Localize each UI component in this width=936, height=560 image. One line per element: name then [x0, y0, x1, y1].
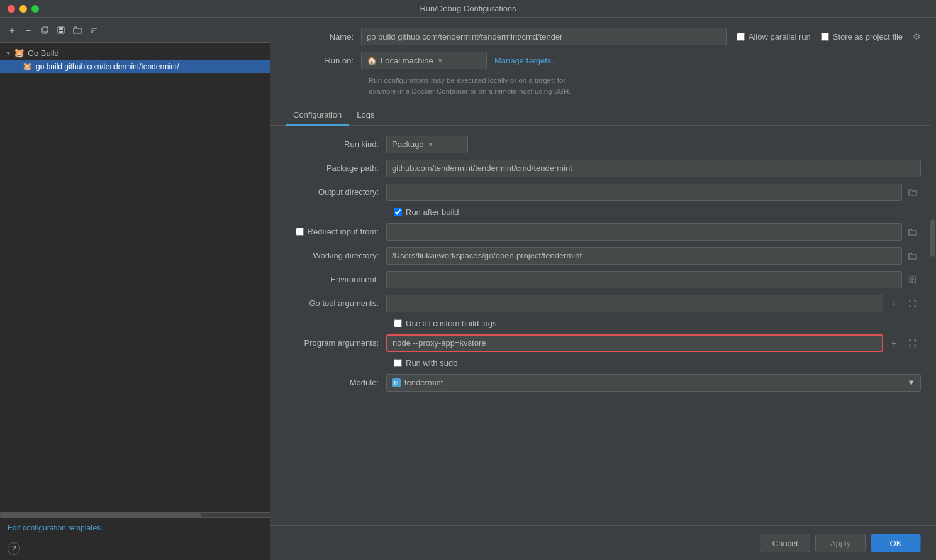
- package-path-input[interactable]: [386, 160, 921, 177]
- environment-row: Environment:: [286, 271, 921, 288]
- run-with-sudo-row: Run with sudo: [394, 358, 921, 368]
- custom-tags-label[interactable]: Use all custom build tags: [394, 319, 497, 328]
- go-tool-args-field: +: [386, 295, 921, 312]
- sidebar: + − ▼ 🐹 Go Build 🐹 go b: [0, 18, 270, 560]
- titlebar: Run/Debug Configurations: [0, 0, 936, 18]
- sidebar-tree: ▼ 🐹 Go Build 🐹 go build github.com/tende…: [0, 43, 270, 512]
- tree-item-label: go build github.com/tendermint/tendermin…: [36, 62, 179, 71]
- main-container: + − ▼ 🐹 Go Build 🐹 go b: [0, 18, 936, 560]
- bottom-bar: Cancel Apply OK: [270, 525, 936, 560]
- working-dir-browse-button[interactable]: [905, 248, 921, 264]
- chevron-down-icon: ▼: [5, 50, 11, 57]
- go-tool-args-label: Go tool arguments:: [286, 299, 386, 308]
- program-args-row: Program arguments: +: [286, 334, 921, 352]
- redirect-input-browse-button[interactable]: [905, 224, 921, 240]
- tree-item-gobuild[interactable]: 🐹 go build github.com/tendermint/tenderm…: [0, 60, 270, 73]
- gobuild-group-icon: 🐹: [14, 48, 24, 58]
- environment-label: Environment:: [286, 275, 386, 284]
- svg-rect-4: [59, 31, 63, 33]
- sidebar-bottom: Edit configuration templates...: [0, 517, 270, 537]
- gear-icon[interactable]: ⚙: [913, 31, 921, 41]
- edit-templates-link[interactable]: Edit configuration templates...: [8, 524, 107, 532]
- redirect-input-label: Redirect input from:: [308, 227, 379, 236]
- chevron-down-icon: ▼: [437, 57, 443, 64]
- program-args-expand-button[interactable]: +: [886, 335, 902, 351]
- go-tool-args-row: Go tool arguments: +: [286, 295, 921, 312]
- package-path-label: Package path:: [286, 163, 386, 173]
- run-after-build-checkbox[interactable]: [394, 208, 402, 216]
- sidebar-horizontal-scrollbar[interactable]: [0, 512, 270, 517]
- go-tool-args-expand-button[interactable]: +: [886, 295, 902, 312]
- apply-button[interactable]: Apply: [815, 534, 866, 552]
- chevron-down-icon: ▼: [907, 378, 915, 387]
- window-title: Run/Debug Configurations: [420, 4, 516, 13]
- cancel-button[interactable]: Cancel: [760, 534, 810, 552]
- environment-edit-button[interactable]: [905, 272, 921, 288]
- store-project-checkbox[interactable]: [821, 33, 829, 41]
- name-input[interactable]: [361, 28, 727, 45]
- home-icon: 🏠: [367, 56, 377, 65]
- go-tool-args-fullscreen-button[interactable]: [905, 295, 921, 312]
- redirect-input-checkbox[interactable]: [296, 228, 304, 236]
- run-on-hint: Run configurations may be executed local…: [369, 75, 921, 97]
- go-tool-args-input[interactable]: [386, 295, 883, 312]
- name-label: Name:: [286, 32, 361, 41]
- run-after-build-label[interactable]: Run after build: [394, 207, 459, 217]
- working-dir-label: Working directory:: [286, 251, 386, 260]
- program-args-label: Program arguments:: [286, 338, 386, 348]
- sort-config-button[interactable]: [87, 23, 101, 37]
- environment-field: [386, 271, 921, 288]
- output-dir-browse-button[interactable]: [905, 184, 921, 200]
- custom-tags-row: Use all custom build tags: [394, 319, 921, 328]
- allow-parallel-checkbox[interactable]: [737, 33, 745, 41]
- working-dir-input[interactable]: [386, 247, 902, 265]
- program-args-fullscreen-button[interactable]: [905, 335, 921, 351]
- svg-rect-3: [59, 27, 63, 30]
- right-panel: Name: Allow parallel run Store as projec…: [270, 18, 936, 560]
- program-args-input[interactable]: [386, 334, 883, 352]
- add-config-button[interactable]: +: [5, 23, 19, 37]
- run-with-sudo-label[interactable]: Run with sudo: [394, 358, 457, 368]
- module-dropdown[interactable]: M tendermint ▼: [386, 374, 921, 392]
- run-after-build-row: Run after build: [394, 207, 921, 217]
- copy-config-button[interactable]: [38, 23, 52, 37]
- run-kind-row: Run kind: Package ▼: [286, 136, 921, 153]
- sidebar-help-area: ?: [0, 537, 270, 560]
- help-button[interactable]: ?: [8, 542, 20, 555]
- header-right-options: Allow parallel run Store as project file…: [737, 31, 921, 41]
- tab-configuration[interactable]: Configuration: [286, 105, 349, 126]
- save-config-button[interactable]: [54, 23, 68, 37]
- run-on-dropdown[interactable]: 🏠 Local machine ▼: [361, 52, 487, 69]
- vertical-scrollbar[interactable]: [930, 18, 936, 522]
- environment-input[interactable]: [386, 271, 902, 288]
- store-project-label[interactable]: Store as project file: [821, 32, 903, 41]
- folder-config-button[interactable]: [70, 23, 84, 37]
- allow-parallel-label[interactable]: Allow parallel run: [737, 32, 811, 41]
- tree-group-gobuild[interactable]: ▼ 🐹 Go Build: [0, 45, 270, 60]
- module-label: Module:: [286, 378, 386, 387]
- redirect-input-input[interactable]: [386, 223, 902, 241]
- sidebar-toolbar: + −: [0, 18, 270, 43]
- custom-tags-checkbox[interactable]: [394, 319, 402, 327]
- manage-targets-link[interactable]: Manage targets...: [494, 56, 558, 65]
- output-dir-input[interactable]: [386, 184, 902, 201]
- tabs-bar: Configuration Logs: [270, 105, 936, 126]
- tab-logs[interactable]: Logs: [349, 105, 382, 126]
- ok-button[interactable]: OK: [871, 534, 921, 552]
- module-icon: M: [392, 378, 401, 387]
- traffic-lights: [8, 5, 39, 13]
- run-kind-dropdown[interactable]: Package ▼: [386, 136, 468, 153]
- name-row: Name: Allow parallel run Store as projec…: [286, 28, 921, 45]
- redirect-input-field: [386, 223, 921, 241]
- vertical-scrollbar-thumb: [930, 219, 935, 257]
- working-dir-field: [386, 247, 921, 265]
- remove-config-button[interactable]: −: [21, 23, 35, 37]
- output-dir-row: Output directory:: [286, 184, 921, 201]
- module-row: Module: M tendermint ▼: [286, 374, 921, 392]
- minimize-button[interactable]: [20, 5, 27, 13]
- svg-rect-1: [43, 27, 48, 32]
- close-button[interactable]: [8, 5, 15, 13]
- run-with-sudo-checkbox[interactable]: [394, 359, 402, 367]
- maximize-button[interactable]: [31, 5, 39, 13]
- run-kind-label: Run kind:: [286, 140, 386, 149]
